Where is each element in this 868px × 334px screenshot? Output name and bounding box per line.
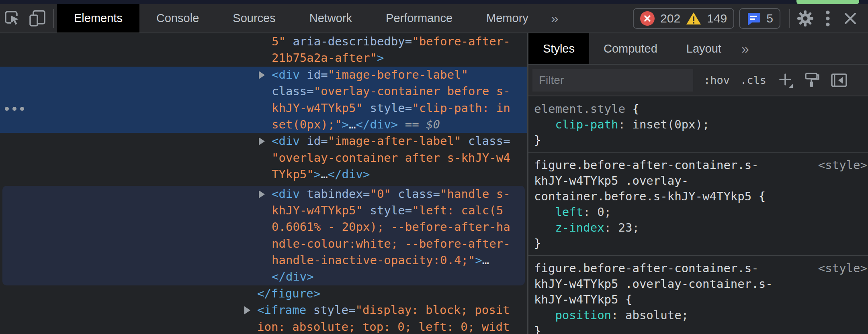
tab-sources[interactable]: Sources <box>216 4 292 33</box>
element-classes-toggle[interactable]: .cls <box>740 74 766 86</box>
tab-console[interactable]: Console <box>139 4 216 33</box>
dom-row[interactable]: TYkp5">…</div> <box>0 166 527 183</box>
dom-row[interactable]: <div id="image-after-label" class= <box>0 133 527 149</box>
css-line[interactable]: } <box>528 236 868 251</box>
settings-gear-icon[interactable] <box>794 7 817 30</box>
console-errors-warnings-badge[interactable]: 202 149 <box>633 8 734 29</box>
expand-arrow-icon[interactable] <box>259 71 265 79</box>
dom-row[interactable]: class="overlay-container before s- <box>0 83 527 100</box>
tab-computed[interactable]: Computed <box>589 33 672 64</box>
toolbar-separator <box>789 9 790 28</box>
new-style-rule-icon[interactable] <box>777 72 794 89</box>
toggle-sidebar-panel-icon[interactable] <box>831 73 848 88</box>
css-line[interactable]: } <box>528 132 868 148</box>
css-line[interactable]: container.before.s-khJY-w4TYkp5 { <box>528 189 868 204</box>
pseudo-state-toggle[interactable]: :hov <box>704 74 730 86</box>
error-icon <box>640 11 655 26</box>
styles-filter-input[interactable] <box>532 69 693 92</box>
selected-node-more-dots[interactable] <box>5 107 24 111</box>
css-line[interactable]: clip-path: inset(0px); <box>528 117 868 132</box>
dom-row[interactable]: 5" aria-describedby="before-after- <box>0 33 527 50</box>
dom-row[interactable]: ndle-colour:white; --before-after- <box>2 236 525 252</box>
rendering-emulation-icon[interactable] <box>804 72 820 89</box>
warning-icon <box>686 12 701 25</box>
css-line[interactable]: figure.before-after-container.s- <box>528 261 868 276</box>
page-top-sliver <box>0 0 868 4</box>
more-sidebar-tabs-icon[interactable]: » <box>736 33 755 64</box>
toolbar-separator <box>53 9 54 28</box>
dom-row[interactable]: 21b75a2a-after"> <box>0 50 527 66</box>
dom-row[interactable]: handle-inactive-opacity:0.4;">… <box>2 252 525 269</box>
expand-arrow-icon[interactable] <box>259 190 265 198</box>
dom-row[interactable]: "overlay-container after s-khJY-w4 <box>0 150 527 166</box>
styles-sidebar-tabs: StylesComputedLayout » <box>528 33 868 65</box>
dom-row[interactable]: <div tabindex="0" class="handle s- <box>2 186 525 202</box>
css-line[interactable]: khJY-w4TYkp5 .overlay-container.s- <box>528 276 868 292</box>
close-devtools-icon[interactable] <box>839 7 862 30</box>
devtools-tabs: ElementsConsoleSourcesNetworkPerformance… <box>57 4 545 33</box>
dom-row[interactable]: set(0px);">…</div> == $0 <box>0 116 527 133</box>
styles-sidebar: StylesComputedLayout » :hov .cls <box>528 33 868 334</box>
tab-memory[interactable]: Memory <box>469 4 545 33</box>
tab-performance[interactable]: Performance <box>369 4 469 33</box>
dom-row[interactable]: </figure> <box>0 285 527 302</box>
css-line[interactable]: left: 0; <box>528 204 868 220</box>
dom-row[interactable]: khJY-w4TYkp5" style="clip-path: in <box>0 100 527 116</box>
device-toolbar-icon[interactable] <box>25 4 50 33</box>
css-line[interactable]: khJY-w4TYkp5 { <box>528 292 868 308</box>
devtools-toolbar: ElementsConsoleSourcesNetworkPerformance… <box>0 4 868 33</box>
dom-row[interactable]: <iframe style="display: block; posit <box>0 302 527 318</box>
css-rule-block: figure.before-after-container.s-khJY-w4T… <box>528 255 868 334</box>
css-line[interactable]: } <box>528 323 868 334</box>
elements-dom-panel: 5" aria-describedby="before-after-21b75a… <box>0 33 527 334</box>
tab-network[interactable]: Network <box>293 4 369 33</box>
css-line[interactable]: figure.before-after-container.s- <box>528 157 868 173</box>
issues-icon <box>746 11 761 26</box>
issues-count: 5 <box>766 12 773 25</box>
expand-arrow-icon[interactable] <box>259 137 265 145</box>
inspect-element-icon[interactable] <box>0 4 25 33</box>
dom-row[interactable]: khJY-w4TYkp5" style="left: calc(5 <box>2 202 525 219</box>
warning-count: 149 <box>707 12 727 25</box>
error-count: 202 <box>660 12 680 25</box>
more-tabs-icon[interactable]: » <box>545 4 564 33</box>
hovered-dom-node[interactable]: <div tabindex="0" class="handle s-khJY-w… <box>2 186 525 285</box>
expand-arrow-icon[interactable] <box>244 306 250 314</box>
dom-row[interactable]: 0.6061% - 20px); --before-after-ha <box>2 219 525 235</box>
style-source-link[interactable]: <style> <box>818 158 867 172</box>
dom-row[interactable]: ion: absolute; top: 0; left: 0; widt <box>0 319 527 334</box>
css-line[interactable]: position: absolute; <box>528 308 868 323</box>
css-line[interactable]: element.style { <box>528 101 868 117</box>
dom-row[interactable]: </div> <box>2 269 525 285</box>
dom-row[interactable]: <div id="image-before-label" <box>0 67 527 83</box>
css-rule-block: element.style { clip-path: inset(0px);} <box>528 96 868 152</box>
kebab-menu-icon[interactable] <box>817 7 839 30</box>
page-green-element <box>796 0 859 4</box>
tab-styles[interactable]: Styles <box>528 33 589 64</box>
styles-filter-row: :hov .cls <box>528 65 868 96</box>
tab-elements[interactable]: Elements <box>57 4 139 33</box>
issues-badge[interactable]: 5 <box>739 8 780 29</box>
css-line[interactable]: khJY-w4TYkp5 .overlay- <box>528 173 868 189</box>
css-rule-block: figure.before-after-container.s-khJY-w4T… <box>528 152 868 255</box>
css-line[interactable]: z-index: 23; <box>528 220 868 236</box>
tab-layout[interactable]: Layout <box>672 33 736 64</box>
style-source-link[interactable]: <style> <box>818 261 867 275</box>
